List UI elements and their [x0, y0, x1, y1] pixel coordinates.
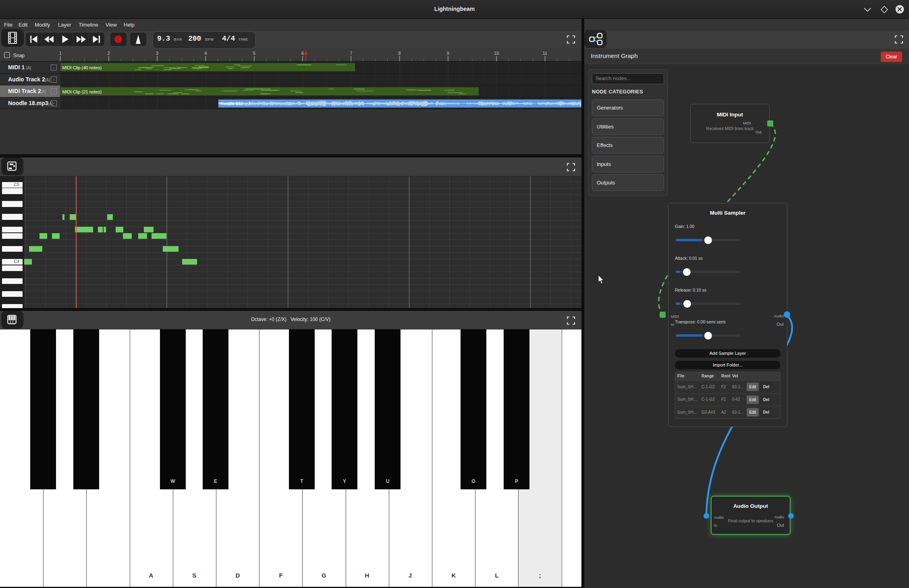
svg-text:5: 5 — [253, 51, 255, 56]
svg-text:10: 10 — [494, 51, 499, 56]
svg-text:3: 3 — [156, 51, 158, 56]
svg-text:8: 8 — [398, 51, 401, 56]
svg-text:1: 1 — [59, 51, 61, 56]
svg-text:9: 9 — [447, 51, 449, 56]
svg-text:4: 4 — [204, 51, 207, 56]
svg-text:2: 2 — [108, 51, 110, 56]
svg-text:11: 11 — [543, 51, 547, 56]
svg-text:7: 7 — [350, 51, 352, 56]
